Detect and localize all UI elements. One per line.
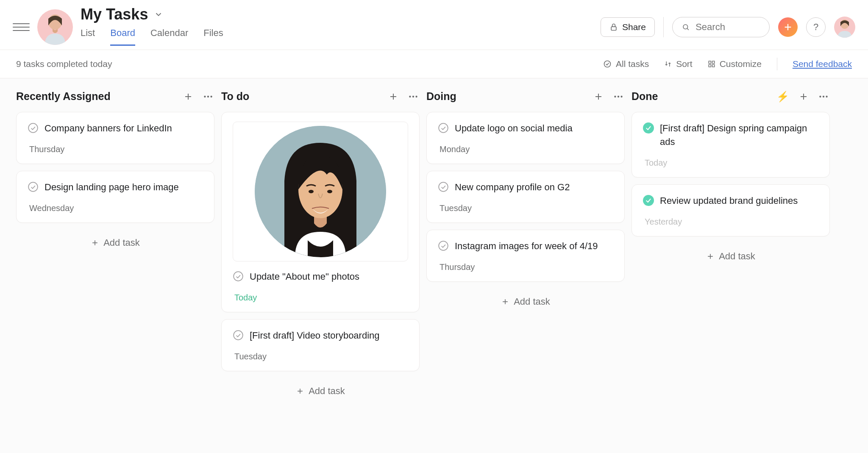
share-button[interactable]: Share: [601, 17, 655, 37]
check-circle-icon: [438, 122, 449, 133]
column-more-icon[interactable]: [613, 91, 624, 102]
task-date: Monday: [438, 145, 613, 154]
task-card[interactable]: New company profile on G2Tuesday: [426, 171, 625, 223]
svg-point-23: [409, 95, 411, 97]
chevron-down-icon[interactable]: [154, 10, 163, 19]
svg-point-47: [819, 95, 821, 97]
add-task-label: Add task: [514, 296, 550, 307]
toolbar: 9 tasks completed today All tasks Sort C…: [0, 50, 868, 78]
more-icon: [613, 91, 624, 102]
check-circle-icon: [28, 122, 39, 133]
filter-all-tasks[interactable]: All tasks: [603, 59, 649, 69]
task-complete-check[interactable]: [643, 195, 654, 206]
customize-button[interactable]: Customize: [708, 59, 762, 69]
task-card[interactable]: [First draft] Design spring campaign ads…: [632, 112, 830, 178]
svg-point-15: [207, 95, 209, 97]
task-date: Thursday: [438, 262, 613, 272]
tab-calendar[interactable]: Calendar: [150, 28, 188, 46]
tab-list[interactable]: List: [81, 28, 95, 46]
bolt-icon[interactable]: ⚡: [776, 91, 789, 103]
column-actions: [183, 91, 214, 102]
search-input[interactable]: [696, 22, 760, 33]
view-tabs: List Board Calendar Files: [81, 28, 593, 46]
task-complete-check[interactable]: [643, 122, 654, 133]
task-complete-toggle[interactable]: [438, 240, 449, 251]
svg-point-25: [415, 95, 417, 97]
sort-icon: [664, 60, 672, 68]
divider: [663, 17, 664, 37]
add-task-icon[interactable]: [183, 92, 193, 102]
profile-avatar[interactable]: [834, 17, 855, 38]
plus-icon: [296, 387, 304, 395]
task-complete-toggle[interactable]: [28, 181, 39, 192]
task-card[interactable]: Design landing page hero imageWednesday: [16, 171, 214, 223]
svg-point-30: [327, 190, 332, 193]
kanban-board: Recently AssignedCompany banners for Lin…: [0, 78, 868, 453]
task-complete-toggle[interactable]: [233, 330, 244, 341]
search-icon: [682, 22, 690, 32]
task-card[interactable]: [First draft] Video storyboardingTuesday: [221, 319, 420, 371]
svg-point-41: [439, 182, 448, 192]
task-card[interactable]: Company banners for LinkedInThursday: [16, 112, 214, 164]
svg-rect-1: [611, 27, 616, 30]
check-circle-icon: [438, 240, 449, 251]
task-card[interactable]: Review updated brand guidelinesYesterday: [632, 184, 830, 236]
board-column: Done⚡[First draft] Design spring campaig…: [632, 90, 830, 270]
plus-icon: [91, 239, 99, 247]
svg-point-18: [28, 182, 38, 192]
task-complete-toggle[interactable]: [438, 181, 449, 192]
svg-point-48: [823, 95, 824, 97]
divider: [777, 58, 777, 70]
sort-button[interactable]: Sort: [664, 59, 693, 69]
avatar-icon: [836, 17, 854, 38]
topbar: My Tasks List Board Calendar Files Share…: [0, 0, 868, 50]
svg-line-3: [687, 28, 689, 30]
task-date: Yesterday: [643, 217, 818, 227]
task-title: New company profile on G2: [455, 181, 570, 194]
add-task-button[interactable]: Add task: [221, 378, 420, 404]
task-card[interactable]: Instagram images for week of 4/19Thursda…: [426, 230, 625, 282]
column-title: Done: [632, 90, 658, 103]
help-button[interactable]: ?: [806, 17, 826, 37]
task-complete-toggle[interactable]: [438, 122, 449, 133]
plus-icon: [183, 92, 193, 102]
tab-board[interactable]: Board: [110, 28, 135, 46]
task-card[interactable]: Update "About me" photosToday: [221, 112, 420, 312]
add-task-button[interactable]: Add task: [16, 230, 214, 256]
plus-icon: [501, 297, 509, 306]
svg-point-40: [439, 123, 448, 133]
task-complete-toggle[interactable]: [233, 271, 244, 282]
title-area: My Tasks List Board Calendar Files: [81, 6, 593, 46]
hamburger-menu[interactable]: [13, 19, 30, 36]
check-icon: [645, 125, 652, 131]
add-task-button[interactable]: Add task: [426, 289, 625, 315]
send-feedback-link[interactable]: Send feedback: [793, 59, 852, 69]
column-more-icon[interactable]: [203, 91, 214, 102]
search-box[interactable]: [672, 17, 770, 37]
check-icon: [645, 197, 652, 204]
task-title: Update "About me" photos: [250, 270, 359, 283]
add-task-button[interactable]: Add task: [632, 243, 830, 270]
svg-rect-10: [709, 65, 711, 67]
task-complete-toggle[interactable]: [28, 122, 39, 133]
column-title: Recently Assigned: [16, 90, 111, 103]
add-task-icon[interactable]: [593, 92, 604, 102]
task-card[interactable]: Update logo on social mediaMonday: [426, 112, 625, 164]
more-icon: [408, 91, 419, 102]
task-title: Instagram images for week of 4/19: [455, 239, 598, 253]
plus-icon: [593, 92, 604, 102]
add-task-icon[interactable]: [798, 92, 809, 102]
grid-icon: [708, 60, 715, 68]
add-task-icon[interactable]: [388, 92, 398, 102]
task-date: Wednesday: [28, 203, 203, 213]
completion-status: 9 tasks completed today: [16, 59, 112, 69]
user-avatar[interactable]: [37, 9, 73, 45]
new-button[interactable]: [778, 17, 798, 37]
column-more-icon[interactable]: [818, 91, 829, 102]
column-more-icon[interactable]: [408, 91, 419, 102]
svg-rect-8: [709, 61, 711, 63]
tab-files[interactable]: Files: [203, 28, 223, 46]
plus-icon: [706, 252, 715, 261]
check-circle-icon: [28, 181, 39, 192]
task-date: Thursday: [28, 145, 203, 154]
